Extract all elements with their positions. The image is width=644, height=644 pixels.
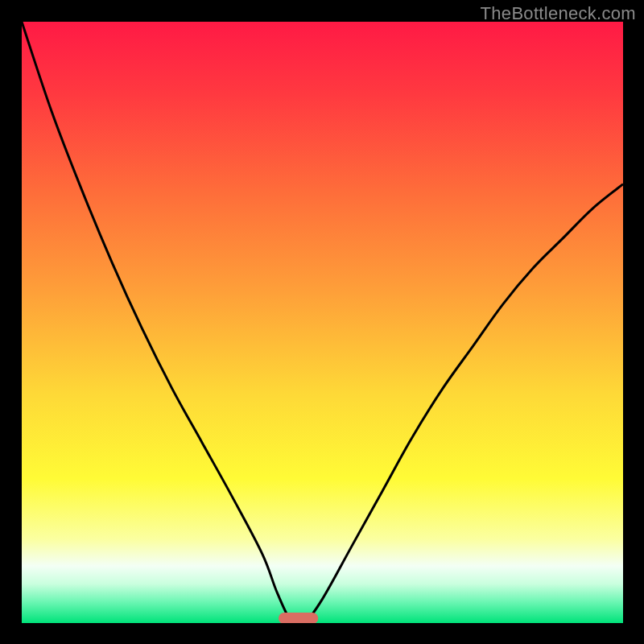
chart-container: TheBottleneck.com [0,0,644,644]
optimum-marker [279,613,318,623]
chart-svg [22,22,623,623]
gradient-background [22,22,623,623]
plot-area [22,22,623,623]
